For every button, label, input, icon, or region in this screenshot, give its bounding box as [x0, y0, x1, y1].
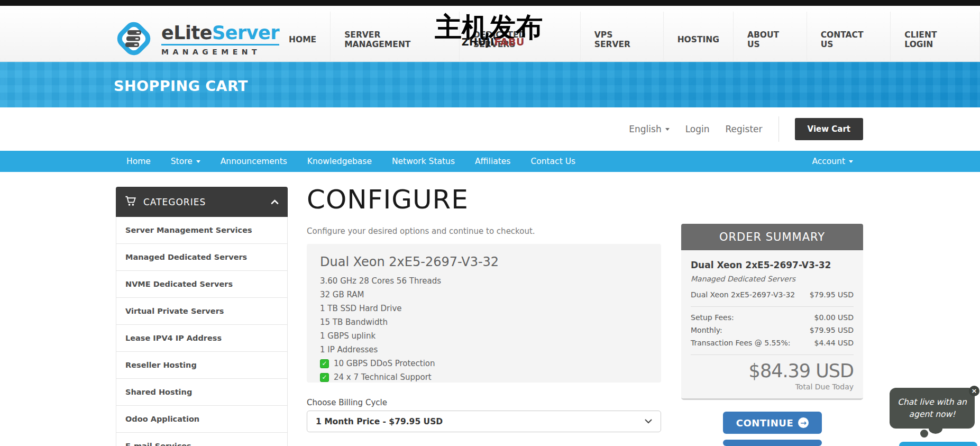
nav-item-hosting[interactable]: HOSTING — [663, 12, 733, 68]
chat-bubble-tail-dot — [920, 430, 928, 438]
product-feature-support: ✓ 24 x 7 Technical Support — [320, 370, 648, 384]
fee-label: Setup Fees: — [691, 313, 734, 322]
product-spec-drive: 1 TB SSD Hard Drive — [320, 302, 648, 315]
feature-label: 24 x 7 Technical Support — [334, 372, 432, 382]
categories-sidebar: CATEGORIES Server Management Services Ma… — [116, 187, 288, 446]
nav-item-dedicated-servers[interactable]: DEDICATED SERVERS — [459, 12, 580, 68]
nav-item-vps-server[interactable]: VPS SERVER — [580, 12, 663, 68]
product-name: Dual Xeon 2xE5-2697-V3-32 — [320, 254, 648, 269]
secondary-nav-store[interactable]: Store — [161, 151, 210, 172]
product-config-panel: Dual Xeon 2xE5-2697-V3-32 3.60 GHz 28 Co… — [307, 244, 661, 383]
secondary-nav-announcements[interactable]: Announcements — [210, 151, 297, 172]
top-black-bar — [0, 0, 980, 6]
fee-label: Transaction Fees @ 5.55%: — [691, 339, 790, 347]
secondary-nav-home[interactable]: Home — [116, 151, 161, 172]
summary-product-name: Dual Xeon 2xE5-2697-V3-32 — [691, 260, 854, 270]
billing-cycle-select[interactable]: 1 Month Price - $79.95 USD — [307, 411, 661, 432]
login-link[interactable]: Login — [685, 124, 710, 134]
line-item-label: Dual Xeon 2xE5-2697-V3-32 — [691, 290, 795, 299]
summary-product-category: Managed Dedicated Servers — [691, 275, 854, 283]
nav-item-server-management[interactable]: SERVER MANAGEMENT — [330, 12, 459, 68]
chevron-up-icon[interactable] — [271, 197, 279, 207]
nav-item-client-login[interactable]: CLIENT LOGIN — [890, 12, 980, 68]
checkbox-checked-icon: ✓ — [320, 373, 329, 382]
utility-bar: English Login Register View Cart — [0, 107, 980, 151]
category-nvme-dedicated-servers[interactable]: NVME Dedicated Servers — [116, 271, 287, 298]
nav-item-contact-us[interactable]: CONTACT US — [807, 12, 891, 68]
category-server-management-services[interactable]: Server Management Services — [116, 217, 287, 244]
chevron-down-icon — [645, 419, 652, 424]
order-summary-body: Dual Xeon 2xE5-2697-V3-32 Managed Dedica… — [681, 250, 863, 400]
product-feature-ddos: ✓ 10 GBPS DDoS Protection — [320, 357, 648, 370]
nav-item-home[interactable]: HOME — [275, 12, 330, 68]
line-item-price: $79.95 USD — [810, 290, 854, 299]
page-subtitle: Configure your desired options and conti… — [307, 226, 535, 236]
chevron-down-icon — [196, 160, 200, 163]
order-summary-title: ORDER SUMMARY — [681, 224, 863, 250]
secondary-nav-account[interactable]: Account — [802, 151, 863, 172]
partial-button-strip — [723, 440, 822, 446]
chevron-down-icon — [849, 160, 853, 163]
fee-value: $0.00 USD — [814, 313, 854, 322]
billing-cycle-selected-value: 1 Month Price - $79.95 USD — [316, 417, 443, 426]
category-lease-ipv4-ip-address[interactable]: Lease IPV4 IP Address — [116, 325, 287, 352]
categories-title: CATEGORIES — [143, 197, 206, 207]
store-label: Store — [171, 157, 193, 166]
continue-button[interactable]: CONTINUE → — [723, 412, 822, 434]
category-odoo-application[interactable]: Odoo Application — [116, 406, 287, 433]
secondary-nav-network-status[interactable]: Network Status — [382, 151, 465, 172]
view-cart-button[interactable]: View Cart — [795, 118, 863, 140]
fee-value: $79.95 USD — [810, 326, 854, 334]
vertical-divider — [778, 116, 779, 142]
main-nav: HOME SERVER MANAGEMENT DEDICATED SERVERS… — [275, 12, 980, 68]
product-spec-uplink: 1 GBPS uplink — [320, 329, 648, 343]
fee-value: $4.44 USD — [814, 339, 854, 347]
register-link[interactable]: Register — [726, 124, 763, 134]
checkbox-checked-icon: ✓ — [320, 359, 329, 368]
logo-part2: Server — [212, 22, 279, 43]
chat-line2: agent now! — [909, 408, 956, 420]
page-banner-title: SHOPPING CART — [0, 62, 980, 94]
logo-part1: eLite — [161, 22, 212, 43]
chat-line1: Chat live with an — [897, 396, 967, 408]
categories-header[interactable]: CATEGORIES — [116, 187, 288, 217]
site-logo[interactable]: eLiteServer MANAGEMENT — [114, 19, 279, 61]
summary-divider — [691, 354, 854, 355]
logo-text: eLiteServer MANAGEMENT — [161, 23, 279, 57]
page-banner: SHOPPING CART — [0, 62, 980, 107]
product-spec-cpu: 3.60 GHz 28 Cores 56 Threads — [320, 274, 648, 288]
nav-item-about-us[interactable]: ABOUT US — [733, 12, 807, 68]
billing-cycle-label: Choose Billing Cycle — [307, 398, 387, 407]
product-spec-bandwidth: 15 TB Bandwidth — [320, 315, 648, 329]
chat-invite-bubble[interactable]: Chat live with an agent now! × — [890, 388, 975, 429]
product-spec-ram: 32 GB RAM — [320, 288, 648, 302]
product-spec-ip: 1 IP Addresses — [320, 343, 648, 357]
logo-server-icon — [114, 19, 154, 61]
chat-button-partial[interactable] — [899, 442, 977, 446]
chevron-down-icon — [665, 128, 670, 131]
category-virtual-private-servers[interactable]: Virtual Private Servers — [116, 298, 287, 325]
account-label: Account — [812, 157, 845, 166]
category-managed-dedicated-servers[interactable]: Managed Dedicated Servers — [116, 244, 287, 271]
site-header: eLiteServer MANAGEMENT HOME SERVER MANAG… — [0, 6, 980, 62]
summary-divider — [691, 306, 854, 307]
summary-total: $84.39 USD — [691, 361, 854, 381]
fee-label: Monthly: — [691, 326, 722, 334]
continue-label: CONTINUE — [736, 417, 794, 429]
language-label: English — [629, 124, 661, 134]
category-reseller-hosting[interactable]: Reseller Hosting — [116, 352, 287, 379]
secondary-nav-knowledgebase[interactable]: Knowledgebase — [297, 151, 382, 172]
category-shared-hosting[interactable]: Shared Hosting — [116, 379, 287, 406]
summary-line-item: Dual Xeon 2xE5-2697-V3-32 $79.95 USD — [691, 290, 854, 299]
summary-fee-setup: Setup Fees: $0.00 USD — [691, 313, 854, 322]
cart-icon — [125, 195, 136, 209]
summary-fee-transaction: Transaction Fees @ 5.55%: $4.44 USD — [691, 339, 854, 347]
close-icon[interactable]: × — [969, 386, 979, 396]
categories-list: Server Management Services Managed Dedic… — [116, 217, 288, 446]
arrow-right-circle-icon: → — [798, 417, 809, 428]
secondary-nav-contact-us[interactable]: Contact Us — [520, 151, 585, 172]
category-email-services[interactable]: E-mail Services — [116, 433, 287, 446]
summary-fee-monthly: Monthly: $79.95 USD — [691, 326, 854, 334]
language-dropdown[interactable]: English — [629, 124, 669, 134]
secondary-nav-affiliates[interactable]: Affiliates — [465, 151, 520, 172]
